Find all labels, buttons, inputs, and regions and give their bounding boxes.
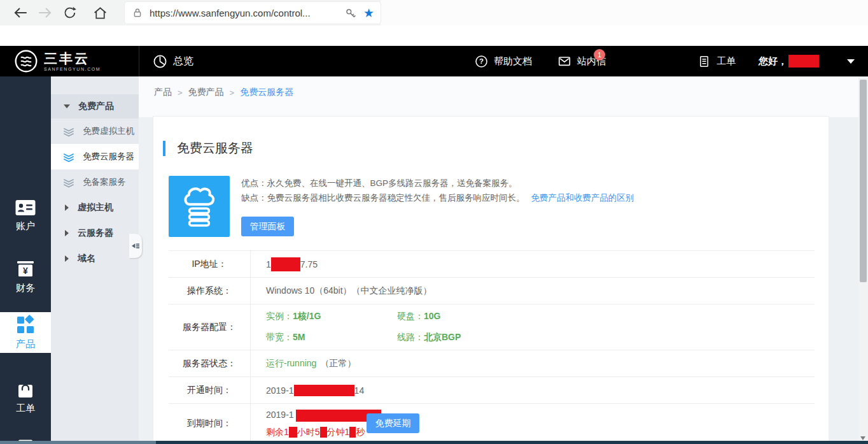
submenu-group-label: 免费产品 [78, 101, 114, 112]
row-label: 操作系统： [169, 278, 251, 304]
nav-tickets[interactable]: 工单 [697, 46, 736, 76]
refresh-icon [62, 5, 78, 20]
ip-prefix: 1 [266, 259, 271, 269]
row-label: 开通时间： [169, 377, 251, 403]
wallet-yuan-icon: ¥ [15, 259, 36, 279]
caret-down-icon [64, 104, 70, 108]
cloud-server-icon [174, 182, 224, 231]
site-header: 三丰云 SANFENGYUN.COM 总览 ? 帮助文档 站内信 [0, 46, 868, 76]
sidebar-label: 账户 [16, 220, 35, 233]
main-content: 产品 > 免费产品 > 免费云服务器 免费云服务器 优点：永久免费、在线一键开通… [139, 76, 868, 444]
browser-refresh-button[interactable] [59, 0, 81, 25]
svg-text:¥: ¥ [23, 266, 28, 276]
manage-panel-button[interactable]: 管理面板 [241, 217, 294, 236]
submenu-item-free-vhost[interactable]: 免费虚拟主机 [51, 118, 139, 144]
table-row-os: 操作系统： Windows 10（64bit）（中文企业纯净版） [169, 278, 815, 304]
product-icon-box [169, 176, 230, 237]
row-label: 服务器配置： [169, 304, 251, 350]
config-grid: 实例：1核/1G 硬盘：10G 带宽：5M 线路：北京BGP [251, 304, 815, 350]
sidebar-collapse-handle[interactable] [129, 234, 142, 258]
expire-value: 2019-1 剩余1 小时5 分钟1 秒 [251, 404, 815, 443]
user-greeting[interactable]: 您好， [759, 46, 819, 76]
nav-messages[interactable]: 站内信 1 [557, 46, 606, 76]
favorite-star-icon[interactable]: ★ [363, 7, 374, 19]
layers-icon [62, 176, 75, 189]
primary-sidebar: 账户 ¥ 财务 产品 工单 [0, 76, 51, 444]
table-row-status: 服务器状态： 运行-running （正常） [169, 350, 815, 377]
table-row-ip: IP地址： 1 7.75 [169, 251, 815, 278]
bottom-edge-left [0, 441, 156, 444]
products-grid-icon [15, 315, 36, 335]
scrollbar-thumb[interactable] [860, 80, 867, 282]
document-icon [697, 55, 711, 68]
address-url[interactable]: https://www.sanfengyun.com/control... [150, 8, 344, 18]
table-row-created: 开通时间： 2019-1 14 [169, 377, 815, 404]
submenu-item-label: 免费云服务器 [83, 151, 134, 162]
compare-products-link[interactable]: 免费产品和收费产品的区别 [531, 193, 634, 203]
page-title: 免费云服务器 [177, 140, 253, 157]
submenu-group-free-products[interactable]: 免费产品 [51, 94, 139, 118]
submenu-group-cloud-server[interactable]: 云服务器 [51, 220, 139, 246]
browser-home-button[interactable] [89, 0, 111, 25]
expire-countdown: 剩余1 小时5 分钟1 秒 [266, 427, 815, 438]
sidebar-item-workorder[interactable]: 工单 [0, 377, 51, 418]
bottom-edge-right [156, 441, 868, 444]
server-details-table: IP地址： 1 7.75 操作系统： Windows 10（64bit）（中文企… [169, 250, 815, 443]
layers-icon [62, 150, 75, 163]
submenu-group-vhost[interactable]: 虚拟主机 [51, 195, 139, 220]
product-cons: 缺点：免费云服务器相比收费云服务器稳定性欠佳，售后服务响应时间长。 免费产品和收… [241, 192, 634, 204]
nav-overview-label: 总览 [173, 55, 193, 68]
browser-toolbar: https://www.sanfengyun.com/control... ★ [0, 0, 868, 25]
layers-icon [62, 125, 75, 138]
back-arrow-icon [12, 4, 29, 21]
id-card-icon [15, 198, 36, 217]
nav-overview[interactable]: 总览 [153, 46, 193, 76]
user-menu-caret-icon[interactable] [847, 59, 855, 64]
breadcrumb-free-products[interactable]: 免费产品 [188, 87, 224, 98]
redacted-minutes [320, 427, 327, 438]
caret-right-icon [65, 204, 69, 211]
breadcrumb-products[interactable]: 产品 [154, 87, 172, 98]
nav-help-docs[interactable]: ? 帮助文档 [475, 46, 532, 76]
redacted-hours [289, 427, 297, 438]
redacted-seconds [349, 427, 356, 438]
row-label: 到期时间： [169, 404, 251, 443]
submenu-item-free-cloud-server[interactable]: 免费云服务器 [51, 144, 139, 169]
browser-forward-button[interactable] [34, 0, 56, 25]
sidebar-item-products[interactable]: 产品 [0, 312, 51, 353]
product-cons-text: 缺点：免费云服务器相比收费云服务器稳定性欠佳，售后服务响应时间长。 [241, 193, 525, 203]
browser-address-bar[interactable]: https://www.sanfengyun.com/control... ★ [125, 2, 381, 24]
sidebar-item-account[interactable]: 账户 [0, 195, 51, 236]
browser-back-button[interactable] [10, 0, 31, 25]
ip-value: 1 7.75 [251, 251, 815, 277]
key-icon[interactable] [344, 6, 357, 20]
scrollbar-down-arrow-icon[interactable] [860, 436, 865, 440]
secondary-sidebar: 免费产品 免费虚拟主机 免费云服务器 免备案服务 虚拟主机 云服务 [51, 76, 139, 444]
nav-tickets-label: 工单 [717, 55, 736, 68]
submenu-group-label: 虚拟主机 [78, 202, 113, 213]
brand-logo[interactable]: 三丰云 SANFENGYUN.COM [14, 46, 101, 76]
submenu-group-domain[interactable]: 域名 [51, 246, 139, 271]
submenu-item-free-icp[interactable]: 免备案服务 [51, 169, 139, 195]
free-renew-button[interactable]: 免费延期 [367, 413, 419, 433]
redacted-ip [271, 257, 300, 271]
sidebar-item-finance[interactable]: ¥ 财务 [0, 256, 51, 297]
status-running: 运行-running [266, 358, 316, 369]
messages-badge: 1 [594, 49, 605, 61]
ip-suffix: 7.75 [300, 259, 318, 269]
page-scrollbar[interactable] [858, 76, 868, 444]
created-prefix: 2019-1 [266, 385, 294, 396]
nav-help-label: 帮助文档 [494, 55, 532, 68]
svg-text:?: ? [479, 57, 484, 65]
os-value: Windows 10（64bit）（中文企业纯净版） [251, 278, 815, 304]
redacted-created-date [294, 385, 354, 396]
brand-domain: SANFENGYUN.COM [44, 67, 101, 71]
row-label: 服务器状态： [169, 350, 251, 376]
product-pros: 优点：永久免费、在线一键开通、BGP多线路云服务器，送免备案服务。 [241, 178, 517, 189]
breadcrumb-current: 免费云服务器 [240, 87, 293, 98]
lock-icon [131, 6, 144, 19]
sidebar-label: 财务 [16, 282, 35, 294]
created-value: 2019-1 14 [251, 377, 815, 403]
config-line: 线路：北京BGP [397, 332, 815, 343]
submenu-item-label: 免费虚拟主机 [83, 125, 134, 137]
